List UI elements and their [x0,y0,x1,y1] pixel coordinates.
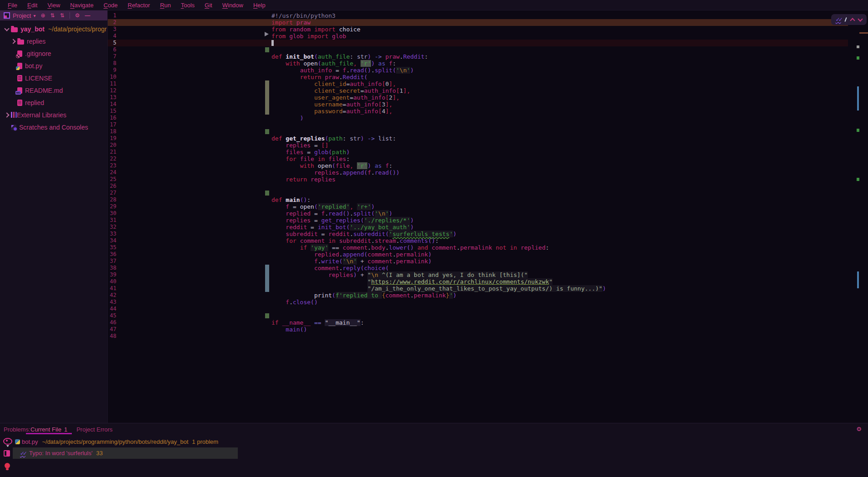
gutter-change-markers [108,10,271,423]
layout-icon[interactable] [4,450,10,457]
menu-item-window[interactable]: Window [218,2,247,9]
menu-item-refactor[interactable]: Refactor [124,2,154,9]
code-line: return replies [271,176,606,183]
tree-item-license[interactable]: LICENSE [0,72,108,84]
view-options-icon[interactable] [3,438,12,445]
python-file-icon [15,439,20,444]
menu-item-tools[interactable]: Tools [177,2,199,9]
tree-item-readme-md[interactable]: README.md [0,84,108,96]
code-line: import praw [271,19,606,26]
menu-item-navigate[interactable]: Navigate [66,2,97,9]
ide-window: FileEditViewNavigateCodeRefactorRunTools… [0,0,868,477]
chevron-right-icon[interactable] [4,112,9,117]
stripe-mark-brown[interactable] [859,32,868,34]
change-marker-modified [265,80,269,115]
error-stripe-scrollbar[interactable] [846,10,868,423]
problem-line-number: 33 [96,450,102,457]
problem-row-selected[interactable]: Typo: In word 'surferluls' 33 [13,447,238,459]
stripe-mark-green[interactable] [857,178,859,181]
code-line: with open(auth_file, 'r') as f: [271,60,606,67]
menu-item-help[interactable]: Help [249,2,270,9]
file-icon [17,100,22,106]
python-file-icon [17,63,22,69]
code-line: f.close() [271,299,606,306]
menu-item-git[interactable]: Git [201,2,216,9]
stripe-mark-green[interactable] [857,129,859,132]
code-line: f.write('\n' + comment.permalink) [271,258,606,265]
tree-item-replies[interactable]: replies [0,35,108,47]
menu-item-view[interactable]: View [43,2,64,9]
problems-file-name: bot.py [22,438,38,445]
chevron-down-icon[interactable]: ▾ [33,13,35,18]
tree-item-path: ~/data/projects/progr [48,25,107,33]
tree-item--gitignore[interactable]: .gitignore [0,47,108,60]
code-line [271,333,606,340]
collapse-all-button[interactable]: ⇅ [60,12,65,19]
code-line [271,306,606,312]
code-editor[interactable]: 1234567891011121314151617181920212223242… [108,10,868,423]
tree-item-label: .gitignore [25,50,51,57]
code-line: replies) + "\n ^(I am a bot and yes, I d… [271,271,606,278]
tree-item-replied[interactable]: replied [0,96,108,109]
tree-item-yay-bot[interactable]: yay_bot~/data/projects/progr [0,23,108,35]
scratches-icon [11,125,16,130]
project-tree: yay_bot~/data/projects/progrreplies.giti… [0,23,108,133]
run-line-icon[interactable] [265,32,269,36]
code-line [271,46,606,53]
hide-panel-button[interactable]: — [85,12,90,19]
stripe-mark-blue[interactable] [857,86,859,110]
stripe-mark-blue[interactable] [857,271,859,288]
menu-item-edit[interactable]: Edit [23,2,41,9]
problem-description: Typo: In word 'surferluls' [29,450,92,457]
file-icon [17,75,22,81]
code-line: client_secret=auth_info[1], [271,87,606,94]
change-marker-added [265,47,269,52]
code-line [271,128,606,135]
locate-file-button[interactable]: ⊕ [41,12,45,19]
change-marker-added [265,313,269,318]
code-line: if 'yay' == comment.body.lower() and com… [271,244,606,251]
gear-icon[interactable]: ⚙ [856,426,862,432]
code-line: password=auth_info[4], [271,108,606,115]
problems-file-row[interactable]: bot.py ~/data/projects/programming/pytho… [15,438,218,445]
chevron-right-icon[interactable] [10,39,15,44]
menu-item-code[interactable]: Code [100,2,122,9]
lightbulb-icon[interactable] [5,463,10,468]
problems-file-path: ~/data/projects/programming/python/bots/… [42,438,188,445]
tab-current-file[interactable]: Current File1 [26,423,72,434]
code-line: #!/usr/bin/python3 [271,12,606,19]
code-line: ) [271,115,606,121]
tab-project-errors[interactable]: Project Errors [72,423,117,434]
code-line: subreddit = reddit.subreddit('surferluls… [271,231,606,237]
code-line: print(f'replied to {comment.permalink}') [271,292,606,299]
stripe-mark-gray[interactable] [857,45,859,48]
tree-item-bot-py[interactable]: bot.py [0,60,108,72]
chevron-down-icon[interactable] [4,26,9,31]
code-line: "/am_i_the_only_one_that_likes_to_post_y… [271,285,606,292]
gear-icon[interactable]: ⚙ [75,12,80,19]
code-line: client_id=auth_info[0], [271,80,606,87]
code-line: from glob import glob [271,33,606,40]
project-dropdown[interactable]: Project [13,12,31,19]
tree-item-label: bot.py [25,62,42,70]
problems-tabs: Current File1Project Errors [26,423,117,434]
tree-item-label: replies [27,38,45,45]
stripe-mark-green[interactable] [857,56,859,60]
tree-item-external-libraries[interactable]: External Libraries [0,109,108,121]
tree-item-label: External Libraries [17,111,66,119]
divider [70,12,70,19]
problems-toolbar [0,436,14,468]
code-line: files = glob(path) [271,149,606,156]
code-line: "https://www.reddit.com/r/archlinux/comm… [271,278,606,285]
code-line: username=auth_info[3], [271,101,606,108]
code-line: comment.reply(choice( [271,265,606,271]
tree-item-label: Scratches and Consoles [19,124,88,131]
tool-window-icon [4,12,10,19]
menu-item-file[interactable]: File [4,2,21,9]
expand-all-button[interactable]: ⇅ [50,12,55,19]
code-content[interactable]: #!/usr/bin/python3import prawfrom random… [271,12,606,340]
libraries-icon [11,112,12,118]
tree-item-scratches-and-consoles[interactable]: Scratches and Consoles [0,121,108,133]
menu-item-run[interactable]: Run [156,2,175,9]
typo-inspection-icon [836,16,841,23]
